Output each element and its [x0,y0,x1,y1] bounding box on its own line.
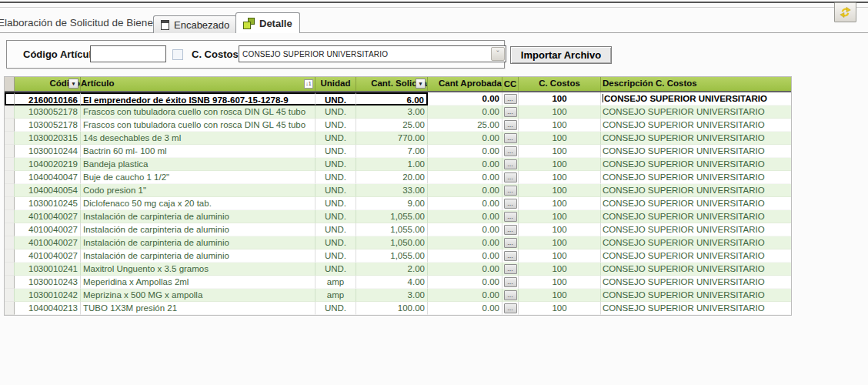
cell-cant-aprobada[interactable]: 0.00 [428,223,502,236]
cell-descripcion[interactable]: CONSEJO SUPERIOR UNIVERSITARIO [601,210,791,223]
cell-c-costos[interactable]: 100 [519,105,601,119]
cell-articulo[interactable]: Meperidina x Ampollas 2ml [81,276,315,289]
cell-codigo[interactable]: 4010040027 [15,210,81,223]
cell-codigo[interactable]: 1030052178 [15,105,81,119]
cell-articulo[interactable]: Buje de caucho 1 1/2" [81,171,315,184]
table-row[interactable]: 1040020219 Bandeja plastica UND. 1.00 0.… [5,158,791,171]
cell-codigo[interactable]: 1040020219 [15,158,81,171]
cant-solicitada-filter-dropdown-icon[interactable]: ▾ [416,79,426,89]
cell-codigo[interactable]: 1030020315 [15,132,81,145]
cell-unidad[interactable]: UND. [315,132,356,145]
cc-ellipsis-button[interactable]: ... [504,212,517,222]
row-selector[interactable] [5,197,15,210]
cell-c-costos[interactable]: 100 [519,263,601,276]
cell-cant-solicitada[interactable]: 1.00 [356,158,428,171]
cell-descripcion[interactable]: CONSEJO SUPERIOR UNIVERSITARIO [601,223,791,236]
cell-cant-solicitada[interactable]: 6.00 [356,92,428,105]
cell-c-costos[interactable]: 100 [519,197,601,210]
cell-cant-aprobada[interactable]: 0.00 [428,105,502,119]
cell-descripcion[interactable]: CONSEJO SUPERIOR UNIVERSITARIO [601,184,791,197]
cell-descripcion[interactable]: CONSEJO SUPERIOR UNIVERSITARIO [601,249,791,263]
cell-codigo[interactable]: 4010040027 [15,236,81,249]
cell-unidad[interactable]: UND. [315,105,356,119]
cell-unidad[interactable]: UND. [315,210,356,223]
row-selector[interactable] [5,289,15,302]
cc-ellipsis-button[interactable]: ... [504,94,517,104]
row-selector[interactable] [5,263,15,276]
cell-articulo[interactable]: Frascos con tubuladora cuello con rosca … [81,105,315,119]
table-row[interactable]: 1040040047 Buje de caucho 1 1/2" UND. 20… [5,171,791,184]
cc-ellipsis-button[interactable]: ... [504,264,517,274]
table-row[interactable]: 1030010243 Meperidina x Ampollas 2ml amp… [5,276,791,289]
cell-articulo[interactable]: Meprizina x 500 MG x ampolla [81,289,315,302]
cell-unidad[interactable]: UND. [315,302,356,315]
cell-cant-aprobada[interactable]: 0.00 [428,145,502,158]
cell-descripcion[interactable]: CONSEJO SUPERIOR UNIVERSITARIO [601,132,791,145]
cell-c-costos[interactable]: 100 [519,145,601,158]
cell-descripcion[interactable]: CONSEJO SUPERIOR UNIVERSITARIO [601,105,791,119]
cell-cant-solicitada[interactable]: 770.00 [356,132,428,145]
row-selector[interactable] [5,158,15,171]
cell-cant-solicitada[interactable]: 1,055.00 [356,223,428,236]
cc-ellipsis-button[interactable]: ... [504,251,517,261]
cell-unidad[interactable]: UND. [315,171,356,184]
cell-cant-aprobada[interactable]: 0.00 [428,92,502,105]
cell-c-costos[interactable]: 100 [519,276,601,289]
tab-detalle[interactable]: Detalle [235,12,300,33]
row-selector[interactable] [5,145,15,158]
cell-cant-aprobada[interactable]: 0.00 [428,158,502,171]
cell-c-costos[interactable]: 100 [519,289,601,302]
cell-cant-solicitada[interactable]: 100.00 [356,302,428,315]
cell-articulo[interactable]: Frascos con tubuladora cuello con rosca … [81,119,315,132]
cell-cant-solicitada[interactable]: 9.00 [356,197,428,210]
cell-descripcion[interactable]: CONSEJO SUPERIOR UNIVERSITARIO [601,119,791,132]
tab-encabezado[interactable]: Encabezado [153,15,237,33]
chevron-down-icon[interactable]: ˇ [491,47,505,61]
cc-ellipsis-button[interactable]: ... [504,146,517,156]
cell-c-costos[interactable]: 100 [519,184,601,197]
cc-ellipsis-button[interactable]: ... [504,107,517,117]
table-row[interactable]: 4010040027 Instalación de carpinteria de… [5,223,791,236]
c-costos-dropdown[interactable]: CONSEJO SUPERIOR UNIVERSITARIO ˇ [239,45,506,62]
cell-cant-solicitada[interactable]: 3.00 [356,105,428,119]
cell-unidad[interactable]: UND. [315,197,356,210]
cell-unidad[interactable]: UND. [315,263,356,276]
cell-descripcion[interactable]: CONSEJO SUPERIOR UNIVERSITARIO [601,92,791,105]
cc-ellipsis-button[interactable]: ... [504,277,517,287]
cc-ellipsis-button[interactable]: ... [504,238,517,248]
cell-articulo[interactable]: Instalación de carpinteria de aluminio [81,249,315,263]
cell-unidad[interactable]: amp [315,276,356,289]
cell-articulo[interactable]: Instalación de carpinteria de aluminio [81,210,315,223]
cell-unidad[interactable]: UND. [315,184,356,197]
cell-cant-solicitada[interactable]: 3.00 [356,289,428,302]
cell-c-costos[interactable]: 100 [519,223,601,236]
cc-ellipsis-button[interactable]: ... [504,159,517,169]
filter-checkbox[interactable] [172,49,183,60]
cell-articulo[interactable]: Codo presion 1" [81,184,315,197]
table-row[interactable]: 1030010244 Bactrin 60 ml- 100 ml UND. 7.… [5,145,791,158]
table-row[interactable]: 4010040027 Instalación de carpinteria de… [5,249,791,263]
cc-ellipsis-button[interactable]: ... [504,225,517,235]
cell-articulo[interactable]: 14s desechables de 3 ml [81,132,315,145]
cell-cant-aprobada[interactable]: 0.00 [428,249,502,263]
cell-codigo[interactable]: 1030010241 [15,263,81,276]
cell-unidad[interactable]: UND. [315,249,356,263]
cell-cant-aprobada[interactable]: 0.00 [428,289,502,302]
codigo-filter-dropdown-icon[interactable]: ▾ [68,79,78,89]
cell-descripcion[interactable]: CONSEJO SUPERIOR UNIVERSITARIO [601,236,791,249]
cell-cant-aprobada[interactable]: 0.00 [428,302,502,315]
row-selector[interactable] [5,171,15,184]
cell-codigo[interactable]: 1040040054 [15,184,81,197]
cell-articulo[interactable]: Diclofenaco 50 mg caja x 20 tab. [81,197,315,210]
cell-cant-solicitada[interactable]: 1,055.00 [356,210,428,223]
cell-codigo[interactable]: 1030010245 [15,197,81,210]
table-row[interactable]: 1030020315 14s desechables de 3 ml UND. … [5,132,791,145]
cell-cant-solicitada[interactable]: 20.00 [356,171,428,184]
table-row[interactable]: 1040040054 Codo presion 1" UND. 33.00 0.… [5,184,791,197]
cell-cant-aprobada[interactable]: 0.00 [428,236,502,249]
cell-cant-solicitada[interactable]: 1,050.00 [356,236,428,249]
cell-descripcion[interactable]: CONSEJO SUPERIOR UNIVERSITARIO [601,263,791,276]
cell-codigo[interactable]: 1030010244 [15,145,81,158]
cell-c-costos[interactable]: 100 [519,302,601,315]
cc-ellipsis-button[interactable]: ... [504,120,517,130]
